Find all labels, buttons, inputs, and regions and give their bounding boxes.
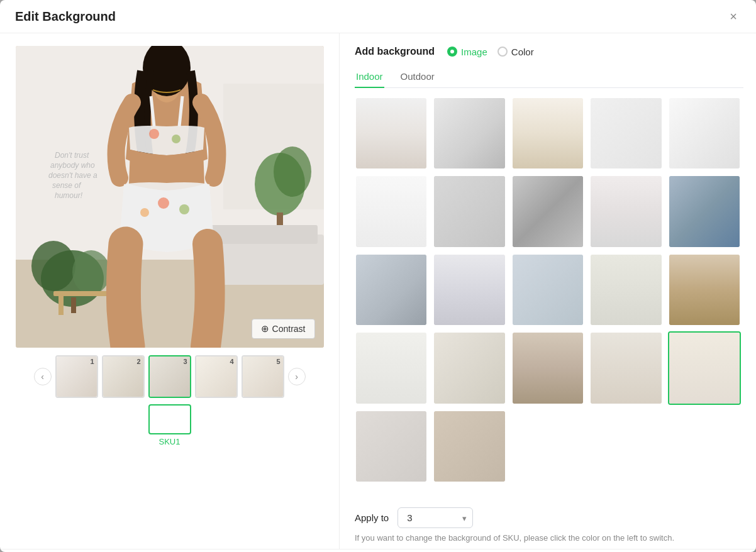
svg-point-25 — [158, 197, 169, 209]
grid-image-12[interactable] — [433, 253, 506, 326]
grid-image-18[interactable] — [511, 331, 584, 404]
grid-image-2[interactable] — [433, 97, 506, 170]
grid-image-8[interactable] — [511, 175, 584, 248]
color-radio-dot — [498, 47, 508, 57]
hint-text: If you want to change the background of … — [355, 533, 743, 543]
svg-text:Don't trust: Don't trust — [55, 151, 89, 160]
thumb-next-button[interactable]: › — [288, 368, 306, 385]
svg-point-9 — [72, 250, 110, 294]
svg-text:doesn't have a: doesn't have a — [48, 171, 97, 180]
add-background-label: Add background — [355, 46, 435, 57]
modal-title: Edit Background — [15, 9, 116, 24]
grid-image-11[interactable] — [355, 253, 428, 326]
thumb-prev-button[interactable]: ‹ — [34, 368, 52, 385]
grid-image-19[interactable] — [589, 331, 662, 404]
color-radio-label: Color — [511, 47, 534, 57]
apply-to-select[interactable]: 1 2 3 4 5 — [397, 507, 473, 528]
thumbnail-2[interactable]: 2 — [102, 355, 145, 398]
thumbnails-row: ‹ 1 2 3 4 — [13, 355, 326, 398]
svg-text:sense of: sense of — [52, 181, 82, 190]
color-radio-option[interactable]: Color — [498, 47, 534, 57]
svg-point-8 — [31, 241, 75, 291]
model-image: Don't trust anybody who doesn't have a s… — [16, 46, 324, 348]
tab-outdoor[interactable]: Outdoor — [399, 66, 436, 88]
grid-image-13[interactable] — [511, 253, 584, 326]
grid-image-3[interactable] — [511, 97, 584, 170]
image-radio-option[interactable]: Image — [447, 47, 487, 57]
svg-rect-10 — [71, 297, 76, 313]
images-grid — [355, 97, 741, 483]
grid-image-5[interactable] — [668, 97, 741, 170]
svg-point-27 — [140, 208, 149, 217]
close-button[interactable]: × — [726, 9, 741, 24]
grid-image-21[interactable] — [355, 410, 428, 483]
svg-text:anybody who: anybody who — [50, 161, 95, 170]
thumbnail-1[interactable]: 1 — [55, 355, 98, 398]
grid-image-10[interactable] — [668, 175, 741, 248]
grid-image-16[interactable] — [355, 331, 428, 404]
sku-box[interactable] — [148, 404, 191, 434]
modal-body: Don't trust anybody who doesn't have a s… — [0, 33, 756, 549]
left-panel: Don't trust anybody who doesn't have a s… — [0, 33, 340, 549]
grid-image-6[interactable] — [355, 175, 428, 248]
svg-rect-12 — [58, 296, 64, 315]
svg-point-24 — [172, 135, 181, 143]
apply-to-label: Apply to — [355, 512, 389, 523]
grid-image-14[interactable] — [589, 253, 662, 326]
add-background-row: Add background Image Color — [355, 46, 743, 57]
image-radio-label: Image — [461, 47, 487, 57]
images-grid-wrapper — [355, 97, 743, 499]
grid-image-1[interactable] — [355, 97, 428, 170]
sku-section: SKU1 — [148, 404, 191, 446]
sku-label: SKU1 — [159, 437, 181, 446]
modal-overlay: Edit Background × — [0, 0, 756, 552]
right-panel: Add background Image Color Ind — [340, 33, 756, 549]
tab-indoor[interactable]: Indoor — [355, 66, 384, 88]
main-image-wrapper: Don't trust anybody who doesn't have a s… — [16, 46, 324, 348]
contrast-icon: ⊕ — [261, 323, 269, 334]
grid-image-15[interactable] — [668, 253, 741, 326]
modal-footer: Reset OK — [0, 549, 756, 552]
edit-background-modal: Edit Background × — [0, 0, 756, 552]
svg-text:humour!: humour! — [55, 191, 83, 200]
svg-point-5 — [274, 146, 311, 197]
modal-header: Edit Background × — [0, 0, 756, 33]
apply-to-select-wrapper: 1 2 3 4 5 ▾ — [397, 507, 473, 528]
svg-point-26 — [179, 204, 189, 214]
thumbnail-5[interactable]: 5 — [242, 355, 284, 398]
radio-group: Image Color — [447, 47, 534, 57]
grid-image-4[interactable] — [589, 97, 662, 170]
grid-image-22[interactable] — [433, 410, 506, 483]
tabs-row: Indoor Outdoor — [355, 66, 743, 88]
thumbnail-4[interactable]: 4 — [195, 355, 238, 398]
svg-point-23 — [149, 129, 159, 139]
grid-image-17[interactable] — [433, 331, 506, 404]
grid-image-20[interactable] — [668, 331, 741, 404]
apply-to-row: Apply to 1 2 3 4 5 ▾ — [355, 507, 743, 528]
grid-image-9[interactable] — [589, 175, 662, 248]
image-radio-dot — [447, 47, 457, 57]
svg-rect-15 — [211, 225, 318, 244]
grid-image-7[interactable] — [433, 175, 506, 248]
contrast-button[interactable]: ⊕ Contrast — [252, 319, 315, 339]
thumbnail-3[interactable]: 3 — [148, 355, 191, 398]
